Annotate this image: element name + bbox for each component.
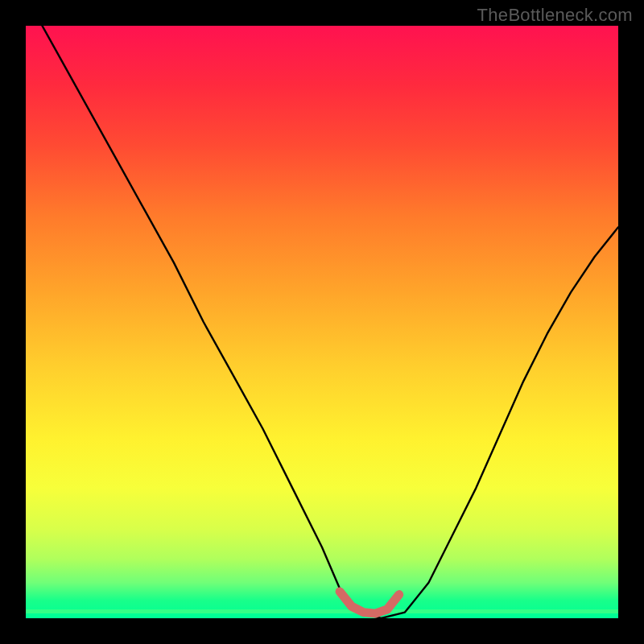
chart-frame: TheBottleneck.com xyxy=(0,0,644,644)
watermark-text: TheBottleneck.com xyxy=(477,5,633,26)
plot-area xyxy=(26,26,618,618)
optimal-range-marker xyxy=(340,592,399,613)
bottleneck-curve xyxy=(26,26,618,618)
curve-layer xyxy=(26,26,618,618)
